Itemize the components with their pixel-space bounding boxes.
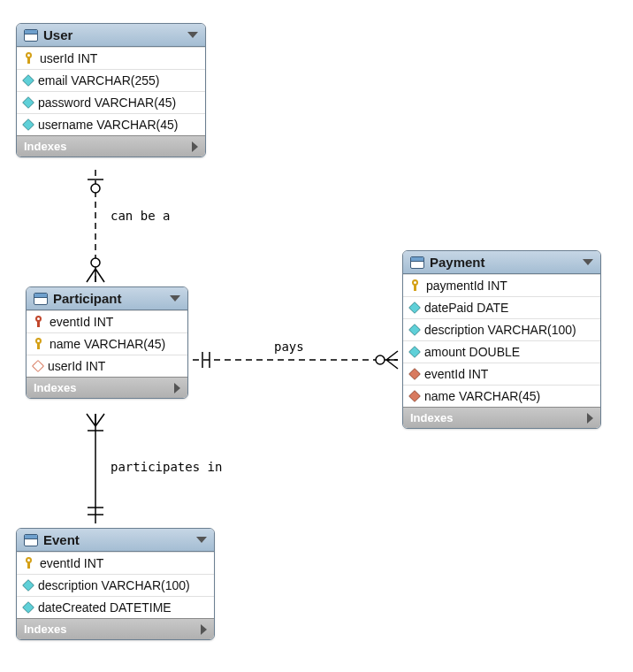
column-label: datePaid DATE — [424, 301, 508, 315]
table-icon — [24, 29, 38, 42]
indexes-label: Indexes — [24, 140, 66, 153]
column-label: eventId INT — [40, 556, 103, 570]
column-label: userId INT — [48, 359, 105, 373]
svg-point-3 — [91, 258, 100, 267]
foreign-primary-key-icon — [34, 316, 44, 328]
column-label: paymentId INT — [426, 279, 507, 293]
chevron-down-icon[interactable] — [583, 259, 593, 265]
column-row[interactable]: dateCreated DATETIME — [17, 596, 214, 618]
column-label: amount DOUBLE — [424, 345, 520, 359]
entity-user-columns: userId INT email VARCHAR(255) password V… — [17, 47, 205, 135]
column-icon — [22, 118, 34, 131]
chevron-down-icon[interactable] — [187, 32, 198, 38]
indexes-label: Indexes — [24, 622, 66, 636]
column-label: email VARCHAR(255) — [38, 73, 159, 88]
column-row[interactable]: amount DOUBLE — [403, 340, 600, 363]
column-row[interactable]: datePaid DATE — [403, 296, 600, 318]
column-row[interactable]: description VARCHAR(100) — [17, 574, 214, 596]
chevron-right-icon — [192, 141, 198, 152]
indexes-section[interactable]: Indexes — [27, 377, 187, 398]
column-row[interactable]: name VARCHAR(45) — [27, 332, 187, 355]
column-row[interactable]: username VARCHAR(45) — [17, 113, 205, 135]
column-label: dateCreated DATETIME — [38, 600, 172, 615]
column-icon — [22, 601, 34, 614]
indexes-label: Indexes — [410, 411, 453, 424]
chevron-right-icon — [174, 383, 180, 393]
rel-participant-payment — [193, 351, 398, 369]
entity-payment-columns: paymentId INT datePaid DATE description … — [403, 274, 600, 407]
foreign-key-icon — [408, 390, 421, 402]
entity-participant-columns: eventId INT name VARCHAR(45) userId INT — [27, 310, 187, 377]
column-row[interactable]: userId INT — [27, 355, 187, 377]
column-label: eventId INT — [50, 315, 113, 329]
column-row[interactable]: eventId INT — [27, 310, 187, 332]
column-row[interactable]: password VARCHAR(45) — [17, 91, 205, 113]
entity-participant-header[interactable]: Participant — [27, 287, 187, 310]
primary-key-icon — [34, 338, 44, 350]
column-label: name VARCHAR(45) — [50, 337, 165, 351]
table-icon — [410, 256, 424, 269]
entity-participant[interactable]: Participant eventId INT name VARCHAR(45)… — [26, 286, 188, 399]
column-row[interactable]: name VARCHAR(45) — [403, 385, 600, 407]
chevron-right-icon — [587, 413, 593, 424]
svg-line-4 — [87, 269, 95, 282]
entity-event[interactable]: Event eventId INT description VARCHAR(10… — [16, 528, 215, 640]
column-label: username VARCHAR(45) — [38, 118, 178, 132]
chevron-down-icon[interactable] — [170, 295, 180, 302]
column-icon — [408, 346, 421, 358]
rel-participant-event — [87, 414, 104, 523]
column-label: userId INT — [40, 51, 97, 65]
column-row[interactable]: paymentId INT — [403, 274, 600, 296]
column-row[interactable]: userId INT — [17, 47, 205, 69]
indexes-section[interactable]: Indexes — [17, 618, 214, 639]
primary-key-icon — [24, 52, 34, 65]
column-label: password VARCHAR(45) — [38, 95, 176, 110]
entity-event-columns: eventId INT description VARCHAR(100) dat… — [17, 552, 214, 618]
er-diagram-canvas: { "entities": { "user": { "title": "User… — [0, 0, 633, 672]
column-row[interactable]: eventId INT — [403, 363, 600, 385]
entity-user-header[interactable]: User — [17, 24, 205, 47]
column-row[interactable]: eventId INT — [17, 552, 214, 574]
entity-user[interactable]: User userId INT email VARCHAR(255) passw… — [16, 23, 206, 157]
column-label: eventId INT — [424, 367, 488, 381]
column-label: name VARCHAR(45) — [424, 389, 540, 403]
svg-point-2 — [91, 184, 100, 193]
column-row[interactable]: email VARCHAR(255) — [17, 69, 205, 91]
rel-user-participant — [87, 170, 104, 282]
foreign-key-nullable-icon — [32, 360, 44, 372]
column-icon — [408, 302, 421, 314]
column-icon — [22, 96, 34, 109]
svg-line-10 — [95, 414, 104, 426]
entity-payment-title: Payment — [430, 255, 577, 270]
svg-line-9 — [87, 414, 95, 426]
rel-label-participates-in: participates in — [111, 460, 222, 474]
svg-line-5 — [95, 269, 104, 282]
table-icon — [34, 293, 48, 305]
entity-payment[interactable]: Payment paymentId INT datePaid DATE desc… — [402, 250, 601, 429]
foreign-key-icon — [408, 368, 421, 380]
primary-key-icon — [24, 557, 34, 569]
entity-event-title: Event — [43, 532, 191, 547]
entity-payment-header[interactable]: Payment — [403, 251, 600, 274]
entity-user-title: User — [43, 27, 182, 42]
column-row[interactable]: description VARCHAR(100) — [403, 318, 600, 340]
indexes-label: Indexes — [34, 381, 76, 394]
column-label: description VARCHAR(100) — [38, 578, 190, 592]
rel-label-pays: pays — [274, 340, 304, 354]
entity-event-header[interactable]: Event — [17, 529, 214, 552]
indexes-section[interactable]: Indexes — [403, 407, 600, 428]
svg-line-18 — [386, 351, 398, 360]
chevron-right-icon — [201, 624, 207, 635]
indexes-section[interactable]: Indexes — [17, 135, 205, 157]
chevron-down-icon[interactable] — [196, 537, 207, 543]
svg-line-19 — [386, 360, 398, 369]
column-icon — [408, 324, 421, 336]
primary-key-icon — [410, 279, 421, 292]
column-icon — [22, 74, 34, 87]
svg-point-17 — [376, 355, 385, 364]
column-icon — [22, 579, 34, 592]
rel-label-can-be-a: can be a — [111, 209, 170, 223]
entity-participant-title: Participant — [53, 291, 164, 306]
table-icon — [24, 534, 38, 546]
column-label: description VARCHAR(100) — [424, 323, 576, 337]
